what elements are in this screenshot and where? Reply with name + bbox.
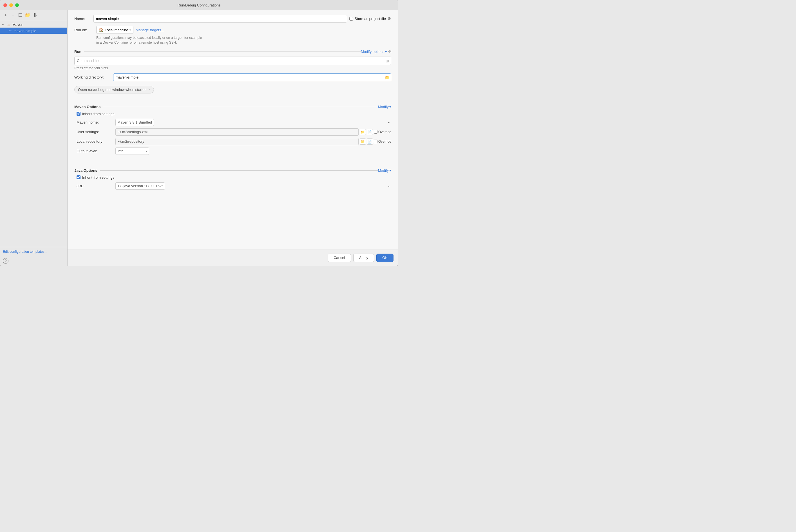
- command-line-wrap: ⊞: [74, 57, 391, 65]
- shortcut-hint: ⌥M: [387, 50, 391, 54]
- user-settings-input[interactable]: [115, 128, 359, 136]
- maven-inherit-row: Inherit from settings: [77, 112, 391, 116]
- store-as-project-label: Store as project file: [355, 17, 386, 21]
- run-tool-window-chip: Open run/debug tool window when started …: [74, 86, 154, 93]
- apply-button[interactable]: Apply: [353, 253, 374, 262]
- chip-label: Open run/debug tool window when started: [78, 88, 147, 92]
- run-section-title: Run: [74, 50, 81, 54]
- maven-group-icon: m: [7, 22, 11, 27]
- maven-options-title: Maven Options: [74, 105, 100, 109]
- user-settings-icons: 📁 📄 Override: [360, 129, 391, 135]
- jre-dropdown[interactable]: 1.8 java version "1.8.0_162": [115, 183, 165, 190]
- maven-options-header: Maven Options Modify ▾: [74, 105, 391, 109]
- sidebar-group-label: Maven: [13, 22, 23, 27]
- chevron-down-icon: ▾: [130, 28, 131, 32]
- name-label: Name:: [74, 17, 91, 21]
- local-repo-edit-button[interactable]: 📄: [367, 138, 373, 145]
- store-as-project-checkbox[interactable]: [349, 17, 353, 21]
- command-line-input[interactable]: [74, 57, 391, 65]
- folder-config-button[interactable]: 📁: [24, 12, 31, 19]
- close-button[interactable]: [3, 3, 7, 7]
- local-repo-override-checkbox[interactable]: [374, 139, 377, 143]
- ok-button[interactable]: OK: [376, 253, 394, 262]
- run-on-dropdown[interactable]: 🏠 Local machine ▾: [96, 26, 133, 34]
- content-area: + − ❐ 📁 ⇅ ▾ m Maven m maven-simple Edit …: [0, 10, 398, 266]
- java-inherit-row: Inherit from settings: [77, 175, 391, 179]
- sidebar-footer: Edit configuration templates...: [0, 247, 67, 256]
- cancel-button[interactable]: Cancel: [328, 253, 351, 262]
- modify-options-button[interactable]: Modify options ▾ ⌥M: [361, 50, 391, 54]
- output-level-value: Info Debug Quiet: [115, 148, 391, 155]
- maven-home-row: Maven home: Maven 3.8.1 Bundled: [77, 119, 391, 126]
- workdir-label: Working directory:: [74, 75, 111, 79]
- user-settings-label: User settings:: [77, 130, 113, 134]
- chevron-down-icon: ▾: [2, 23, 6, 26]
- workdir-folder-button[interactable]: 📁: [385, 75, 390, 80]
- copy-config-button[interactable]: ❐: [17, 12, 24, 19]
- main-panel: Name: Store as project file ⚙ Run on: 🏠 …: [68, 10, 398, 266]
- working-directory-row: Working directory: 📁: [74, 74, 391, 81]
- output-level-label: Output level:: [77, 149, 113, 153]
- expand-icon[interactable]: ⊞: [385, 59, 389, 63]
- local-repo-folder-button[interactable]: 📁: [360, 138, 366, 145]
- local-repo-input[interactable]: [115, 138, 359, 145]
- local-repo-icons: 📁 📄 Override: [360, 138, 391, 145]
- maven-home-dropdown[interactable]: Maven 3.8.1 Bundled: [115, 119, 154, 126]
- add-config-button[interactable]: +: [2, 12, 9, 19]
- working-directory-input[interactable]: [113, 74, 391, 81]
- spacer: [74, 98, 391, 102]
- output-level-dropdown[interactable]: Info Debug Quiet: [115, 148, 149, 155]
- runon-label: Run on:: [74, 28, 94, 32]
- java-inherit-checkbox[interactable]: [77, 175, 80, 179]
- edit-templates-link[interactable]: Edit configuration templates...: [3, 250, 47, 253]
- name-row: Name: Store as project file ⚙: [74, 15, 391, 22]
- runon-row: Run on: 🏠 Local machine ▾ Manage targets…: [74, 26, 391, 34]
- remove-config-button[interactable]: −: [10, 12, 16, 19]
- java-inherit-label: Inherit from settings: [82, 175, 114, 179]
- maven-home-value: Maven 3.8.1 Bundled: [115, 119, 391, 126]
- jre-value: 1.8 java version "1.8.0_162": [115, 183, 391, 190]
- titlebar: Run/Debug Configurations: [0, 0, 398, 10]
- override-label: Override: [378, 130, 391, 134]
- sidebar-item-maven-simple[interactable]: m maven-simple: [0, 27, 67, 34]
- maximize-button[interactable]: [15, 3, 19, 7]
- main-content: Name: Store as project file ⚙ Run on: 🏠 …: [68, 10, 398, 249]
- java-section-line: [100, 170, 378, 171]
- user-settings-row: User settings: 📁 📄 Override: [77, 128, 391, 136]
- sidebar-tree: ▾ m Maven m maven-simple: [0, 20, 67, 247]
- sidebar-help-area: ?: [0, 256, 67, 266]
- name-input[interactable]: [93, 15, 347, 22]
- run-section-line: [84, 52, 361, 52]
- help-button[interactable]: ?: [3, 258, 8, 264]
- sort-config-button[interactable]: ⇅: [32, 12, 38, 19]
- local-repo-row: Local repository: 📁 📄 Override: [77, 138, 391, 145]
- chip-close-button[interactable]: ×: [148, 88, 150, 92]
- maven-modify-button[interactable]: Modify ▾: [378, 105, 391, 109]
- maven-home-label: Maven home:: [77, 120, 113, 125]
- store-checkbox-area: Store as project file ⚙: [349, 16, 391, 21]
- window-title: Run/Debug Configurations: [177, 3, 221, 7]
- user-settings-edit-button[interactable]: 📄: [367, 129, 373, 135]
- minimize-button[interactable]: [9, 3, 13, 7]
- sidebar-toolbar: + − ❐ 📁 ⇅: [0, 10, 67, 20]
- jre-label: JRE:: [77, 184, 113, 188]
- java-options-title: Java Options: [74, 168, 97, 173]
- user-settings-override-checkbox[interactable]: [374, 130, 377, 134]
- sidebar-group-maven[interactable]: ▾ m Maven: [0, 21, 67, 27]
- spacer2: [74, 157, 391, 162]
- maven-inherit-checkbox[interactable]: [77, 112, 80, 116]
- java-modify-button[interactable]: Modify ▾: [378, 168, 391, 173]
- user-settings-folder-button[interactable]: 📁: [360, 129, 366, 135]
- manage-targets-link[interactable]: Manage targets...: [136, 28, 164, 32]
- maven-inherit-label: Inherit from settings: [82, 112, 114, 116]
- chevron-down-icon: ▾: [385, 50, 387, 54]
- spacer3: [74, 162, 391, 166]
- run-section-header: Run Modify options ▾ ⌥M: [74, 50, 391, 54]
- run-on-hint: Run configurations may be executed local…: [96, 36, 391, 45]
- chevron-down-icon: ▾: [389, 168, 391, 173]
- gear-icon[interactable]: ⚙: [387, 16, 391, 21]
- local-repo-label: Local repository:: [77, 139, 113, 144]
- java-options-header: Java Options Modify ▾: [74, 168, 391, 173]
- maven-options-body: Inherit from settings Maven home: Maven …: [74, 112, 391, 155]
- local-repo-value: 📁 📄 Override: [115, 138, 391, 145]
